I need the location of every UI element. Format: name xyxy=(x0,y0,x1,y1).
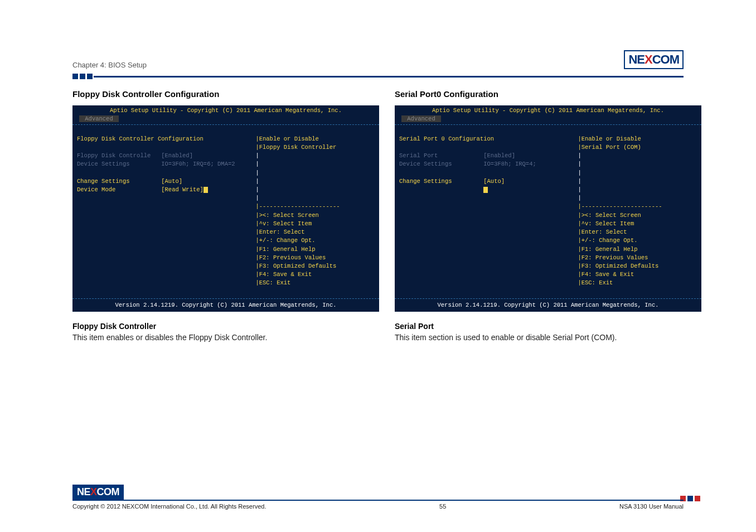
bios-row-value[interactable]: [Enabled] xyxy=(483,152,515,159)
footer-doc-name: NSA 3130 User Manual xyxy=(619,503,684,510)
bios-row-label[interactable]: Serial Port xyxy=(399,152,438,159)
bios-row-value[interactable]: [Auto] xyxy=(161,178,182,185)
help-key: |Enter: Select xyxy=(578,229,627,235)
help-key: |^v: Select Item xyxy=(255,220,312,227)
logo-suffix: COM xyxy=(652,52,679,66)
right-bios-footer: Version 2.14.1219. Copyright (C) 2011 Am… xyxy=(395,300,701,312)
left-bios-header: Aptio Setup Utility - Copyright (C) 2011… xyxy=(72,105,379,115)
bios-row-label: Device Settings xyxy=(399,161,452,167)
cursor-icon xyxy=(483,187,488,193)
help-key: |F4: Save & Exit xyxy=(255,271,312,278)
left-desc-body: This item enables or disables the Floppy… xyxy=(72,333,351,342)
help-key: |F2: Previous Values xyxy=(255,254,326,261)
right-bios-tabbar: Advanced xyxy=(395,115,701,123)
right-bios-box: Aptio Setup Utility - Copyright (C) 2011… xyxy=(395,105,701,312)
help-key: |Enter: Select xyxy=(255,229,304,235)
left-bios-box: Aptio Setup Utility - Copyright (C) 2011… xyxy=(72,105,379,312)
left-section-title: Floppy Disk Controller Configuration xyxy=(72,89,361,99)
bios-row-label[interactable]: Device Mode xyxy=(77,186,115,193)
page-root: Chapter 4: BIOS Setup NEXCOM Floppy Disk… xyxy=(0,0,756,532)
bios-row-value: IO=3F0h; IRQ=6; DMA=2 xyxy=(161,161,235,167)
right-bios-tab-label: Advanced xyxy=(407,115,435,122)
bios-row-value[interactable]: [Read Write] xyxy=(161,186,203,193)
bios-row-value: IO=3F8h; IRQ=4; xyxy=(483,161,536,167)
right-desc-title: Serial Port xyxy=(395,322,684,331)
help-key: |><: Select Screen xyxy=(578,212,641,219)
logo-prefix: NE xyxy=(77,486,90,497)
right-bios-body: Serial Port 0 Configuration Serial Port … xyxy=(395,126,701,297)
left-desc-title: Floppy Disk Controller xyxy=(72,322,361,331)
footer-page-number: 55 xyxy=(439,503,446,510)
help-key: |ESC: Exit xyxy=(578,279,613,286)
bios-row-label[interactable]: Change Settings xyxy=(399,178,452,185)
help-key: |+/-: Change Opt. xyxy=(255,237,315,244)
help-key: |F1: General Help xyxy=(255,246,315,253)
page-header: Chapter 4: BIOS Setup NEXCOM xyxy=(72,50,684,69)
bios-row-label[interactable]: Floppy Disk Controlle xyxy=(77,152,151,159)
help-key: |><: Select Screen xyxy=(255,212,318,219)
help-key: |F4: Save & Exit xyxy=(578,271,634,278)
footer-bar: Copyright © 2012 NEXCOM International Co… xyxy=(72,500,684,510)
logo-x: X xyxy=(90,486,97,497)
right-bios-header: Aptio Setup Utility - Copyright (C) 2011… xyxy=(395,105,701,115)
left-column: Floppy Disk Controller Configuration Apt… xyxy=(72,89,361,342)
help-key: |^v: Select Item xyxy=(578,220,634,227)
rule-line xyxy=(94,76,684,78)
help-line: |Enable or Disable xyxy=(578,136,641,142)
help-key: |F3: Optimized Defaults xyxy=(578,263,658,269)
help-line: |Serial Port (COM) xyxy=(578,144,641,151)
page-footer: NEXCOM Copyright © 2012 NEXCOM Internati… xyxy=(72,485,684,510)
footer-brand-logo: NEXCOM xyxy=(72,485,124,500)
right-bios-section: Serial Port 0 Configuration xyxy=(399,136,494,142)
cursor-icon xyxy=(203,187,208,193)
chapter-label: Chapter 4: BIOS Setup xyxy=(72,61,147,69)
left-bios-tabbar: Advanced xyxy=(72,115,379,123)
right-bios-left-pane: Serial Port 0 Configuration Serial Port … xyxy=(399,126,578,296)
left-bios-tab-label: Advanced xyxy=(85,115,113,122)
help-key: |F1: General Help xyxy=(578,246,637,253)
help-line: |Floppy Disk Controller xyxy=(255,144,336,151)
right-column: Serial Port0 Configuration Aptio Setup U… xyxy=(395,89,684,342)
bios-row-value[interactable]: [Auto] xyxy=(483,178,505,185)
left-bios-body: Floppy Disk Controller Configuration Flo… xyxy=(72,126,379,297)
help-key: |F3: Optimized Defaults xyxy=(255,263,336,269)
bios-row-label[interactable]: Change Settings xyxy=(77,178,130,185)
footer-copyright: Copyright © 2012 NEXCOM International Co… xyxy=(72,503,266,510)
brand-logo: NEXCOM xyxy=(624,50,684,69)
rule-squares-icon xyxy=(72,74,93,79)
help-line: |Enable or Disable xyxy=(255,136,318,142)
right-desc-body: This item section is used to enable or d… xyxy=(395,333,673,342)
help-key: |F2: Previous Values xyxy=(578,254,648,261)
bios-row-label: Device Settings xyxy=(77,161,130,167)
bios-row-value[interactable]: [Enabled] xyxy=(161,152,193,159)
right-bios-tab[interactable]: Advanced xyxy=(401,115,441,122)
left-bios-section: Floppy Disk Controller Configuration xyxy=(77,136,203,142)
logo-prefix: NE xyxy=(628,52,644,66)
content-row: Floppy Disk Controller Configuration Apt… xyxy=(72,89,684,342)
logo-suffix: COM xyxy=(97,486,120,497)
left-bios-left-pane: Floppy Disk Controller Configuration Flo… xyxy=(77,126,255,296)
help-key: |+/-: Change Opt. xyxy=(578,237,637,244)
logo-x: X xyxy=(644,52,652,66)
left-bios-footer: Version 2.14.1219. Copyright (C) 2011 Am… xyxy=(72,300,379,312)
help-key: |ESC: Exit xyxy=(255,279,290,286)
header-rule xyxy=(72,74,684,79)
right-bios-right-pane: |Enable or Disable |Serial Port (COM) | … xyxy=(578,126,697,296)
left-bios-right-pane: |Enable or Disable |Floppy Disk Controll… xyxy=(255,126,375,296)
right-section-title: Serial Port0 Configuration xyxy=(395,89,684,99)
left-bios-tab[interactable]: Advanced xyxy=(79,115,119,122)
